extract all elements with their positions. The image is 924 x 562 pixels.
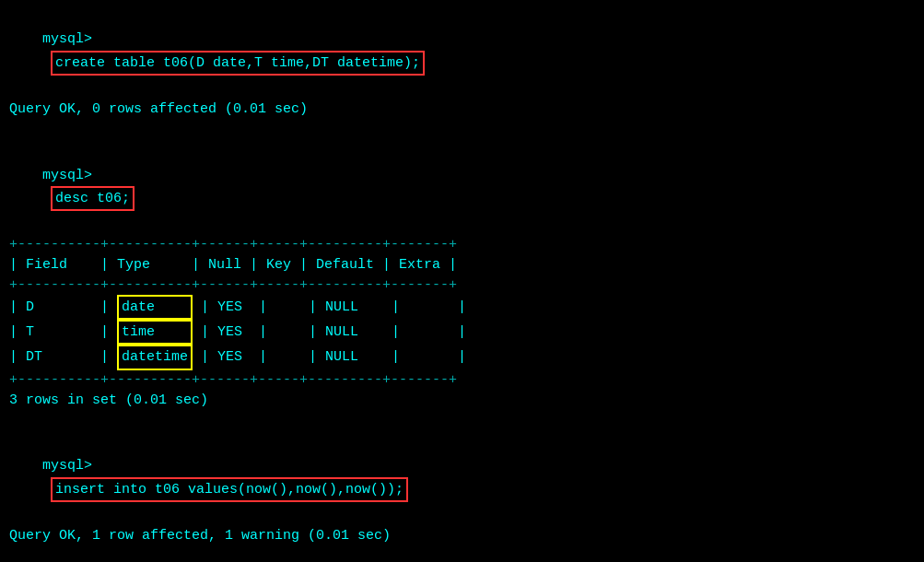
command-1-line: mysql> create table t06(D date,T time,DT…	[9, 7, 915, 97]
table-row-dt: | DT | datetime | YES | | NULL | |	[9, 345, 915, 369]
prompt-3: mysql>	[42, 458, 92, 474]
prompt-1: mysql>	[42, 31, 92, 47]
output-1: Query OK, 0 rows affected (0.01 sec)	[9, 99, 915, 120]
command-2-line: mysql> desc t06;	[9, 144, 915, 233]
output-3: Query OK, 1 row affected, 1 warning (0.0…	[9, 525, 915, 546]
spacer-1	[9, 122, 915, 143]
output-2: 3 rows in set (0.01 sec)	[9, 390, 915, 411]
table-header-row: | Field | Type | Null | Key | Default | …	[9, 254, 915, 275]
hline-bot: +----------+----------+------+-----+----…	[9, 370, 915, 390]
type-dt-box: datetime	[117, 345, 193, 369]
cmd2-box: desc t06;	[51, 186, 135, 211]
type-t-box: time	[117, 320, 193, 345]
cmd2-spacer	[42, 191, 51, 206]
table-row-t: | T | time | YES | | NULL | |	[9, 320, 915, 345]
prompt-2: mysql>	[42, 168, 92, 183]
cmd3-spacer	[42, 482, 51, 498]
cmd3-box: insert into t06 values(now(),now(),now()…	[51, 477, 408, 502]
hline-mid1: +----------+----------+------+-----+----…	[9, 275, 915, 295]
cmd1-spacer	[42, 55, 51, 71]
command-3-line: mysql> insert into t06 values(now(),now(…	[9, 434, 915, 523]
spacer-2	[9, 413, 915, 434]
hline-top: +----------+----------+------+-----+----…	[9, 235, 915, 254]
table-row-d: | D | date | YES | | NULL | |	[9, 295, 915, 320]
type-d-box: date	[117, 295, 193, 320]
terminal: mysql> create table t06(D date,T time,DT…	[9, 7, 915, 562]
desc-table-container: +----------+----------+------+-----+----…	[9, 235, 915, 390]
cmd1-box: create table t06(D date,T time,DT dateti…	[51, 51, 425, 76]
spacer-3	[9, 548, 915, 562]
